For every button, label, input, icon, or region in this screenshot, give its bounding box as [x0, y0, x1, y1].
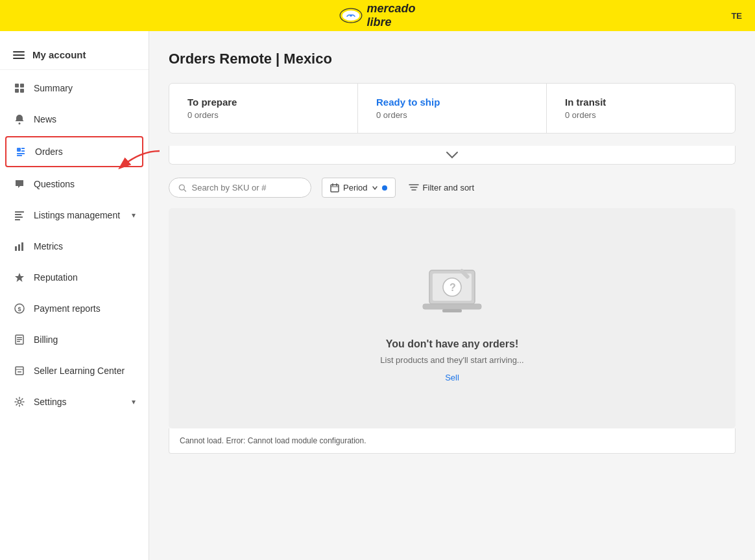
- my-account-label: My account: [32, 49, 86, 60]
- learning-icon: [13, 364, 26, 377]
- orders-icon: [14, 145, 27, 158]
- empty-state-title: You don't have any orders!: [386, 338, 518, 350]
- sidebar-item-billing[interactable]: Billing: [0, 324, 149, 355]
- empty-state-subtitle: List products and they'll start arriving…: [380, 355, 523, 365]
- svg-line-33: [184, 189, 186, 191]
- logo-icon: [339, 4, 363, 27]
- status-card-in-transit[interactable]: In transit 0 orders: [547, 84, 735, 133]
- logo-text: mercadolibre: [366, 2, 415, 29]
- sidebar-my-account[interactable]: My account: [0, 38, 149, 70]
- sidebar: My account Summary News Orders: [0, 31, 149, 560]
- svg-rect-27: [16, 367, 23, 375]
- sidebar-item-news-label: News: [34, 114, 136, 124]
- filter-icon: [409, 183, 419, 192]
- period-label: Period: [343, 183, 368, 192]
- svg-rect-26: [17, 341, 20, 342]
- sidebar-item-billing-label: Billing: [34, 334, 136, 345]
- svg-rect-34: [331, 185, 339, 192]
- dollar-icon: $: [13, 302, 26, 315]
- status-cards-container: To prepare 0 orders Ready to ship 0 orde…: [169, 83, 736, 134]
- sidebar-item-reputation-label: Reputation: [34, 272, 136, 283]
- list-icon: [13, 209, 26, 222]
- bar-chart-icon: [13, 240, 26, 253]
- sidebar-item-reputation[interactable]: Reputation: [0, 262, 149, 293]
- svg-rect-18: [18, 244, 20, 251]
- svg-rect-10: [21, 150, 25, 152]
- sidebar-item-listings[interactable]: Listings management ▾: [0, 200, 149, 231]
- empty-state: ? You don't have any orders! List produc…: [169, 208, 736, 428]
- page-title: Orders Remote | Mexico: [169, 51, 736, 67]
- bell-icon: [13, 113, 26, 126]
- svg-rect-9: [21, 148, 25, 149]
- main-content: Orders Remote | Mexico To prepare 0 orde…: [149, 31, 755, 560]
- expand-chevron-icon: [446, 151, 459, 159]
- svg-rect-3: [15, 84, 19, 88]
- hamburger-icon[interactable]: [13, 51, 25, 59]
- sidebar-item-summary[interactable]: Summary: [0, 73, 149, 104]
- ready-to-ship-subtitle: 0 orders: [376, 110, 528, 120]
- svg-rect-6: [20, 89, 24, 93]
- sidebar-item-learning[interactable]: Seller Learning Center: [0, 355, 149, 386]
- svg-rect-11: [17, 153, 25, 154]
- filter-sort-button[interactable]: Filter and sort: [406, 178, 477, 197]
- sidebar-item-settings-label: Settings: [34, 397, 124, 407]
- chevron-down-icon: ▾: [132, 211, 136, 220]
- app-layout: My account Summary News Orders: [0, 31, 755, 560]
- svg-text:$: $: [18, 306, 21, 312]
- search-container[interactable]: [169, 178, 311, 198]
- svg-rect-17: [15, 246, 17, 251]
- sidebar-item-metrics-label: Metrics: [34, 241, 136, 251]
- svg-rect-46: [423, 304, 481, 309]
- ready-to-ship-title: Ready to ship: [376, 97, 528, 108]
- svg-rect-15: [15, 216, 23, 218]
- sidebar-item-metrics[interactable]: Metrics: [0, 231, 149, 262]
- sidebar-item-payment-label: Payment reports: [34, 303, 136, 314]
- svg-rect-5: [15, 89, 19, 93]
- chevron-down-settings-icon: ▾: [132, 397, 136, 406]
- svg-text:?: ?: [449, 282, 456, 293]
- to-prepare-subtitle: 0 orders: [187, 110, 339, 120]
- expand-cards-button[interactable]: [169, 146, 736, 165]
- sidebar-item-news[interactable]: News: [0, 104, 149, 135]
- in-transit-title: In transit: [565, 97, 717, 108]
- search-input[interactable]: [191, 183, 302, 192]
- svg-rect-12: [17, 155, 22, 156]
- toolbar: Period Filter and sort: [169, 178, 736, 198]
- svg-point-30: [18, 401, 21, 404]
- grid-icon: [13, 82, 26, 95]
- empty-state-icon: ?: [420, 267, 485, 325]
- sell-link[interactable]: Sell: [445, 373, 459, 382]
- sidebar-item-learning-label: Seller Learning Center: [34, 366, 136, 376]
- sidebar-item-listings-label: Listings management: [34, 210, 124, 220]
- header-user-initials[interactable]: TE: [731, 11, 742, 21]
- svg-rect-16: [15, 219, 20, 220]
- svg-marker-20: [15, 273, 24, 282]
- sidebar-item-orders[interactable]: Orders: [5, 136, 143, 167]
- svg-rect-4: [20, 84, 24, 88]
- sidebar-item-questions[interactable]: Questions: [0, 169, 149, 200]
- sidebar-item-settings[interactable]: Settings ▾: [0, 386, 149, 417]
- star-icon: [13, 271, 26, 284]
- calendar-icon: [330, 183, 339, 192]
- svg-rect-29: [18, 371, 21, 373]
- period-chevron-icon: [372, 185, 378, 191]
- svg-rect-14: [15, 214, 21, 215]
- period-button[interactable]: Period: [322, 178, 396, 198]
- svg-rect-25: [17, 339, 22, 340]
- svg-rect-47: [442, 309, 462, 312]
- error-message: Cannot load. Error: Cannot load module c…: [180, 436, 366, 445]
- svg-rect-13: [15, 211, 24, 213]
- to-prepare-title: To prepare: [187, 97, 339, 108]
- svg-rect-24: [17, 337, 22, 338]
- sidebar-item-orders-label: Orders: [35, 146, 134, 157]
- status-card-ready-to-ship[interactable]: Ready to ship 0 orders: [358, 84, 547, 133]
- logo: mercadolibre: [339, 2, 415, 29]
- sidebar-item-payment[interactable]: $ Payment reports: [0, 293, 149, 324]
- filter-label: Filter and sort: [423, 183, 474, 192]
- chat-icon: [13, 178, 26, 191]
- error-bar: Cannot load. Error: Cannot load module c…: [169, 428, 736, 454]
- svg-rect-8: [17, 148, 21, 152]
- status-card-to-prepare[interactable]: To prepare 0 orders: [169, 84, 358, 133]
- svg-rect-19: [21, 242, 23, 251]
- in-transit-subtitle: 0 orders: [565, 110, 717, 120]
